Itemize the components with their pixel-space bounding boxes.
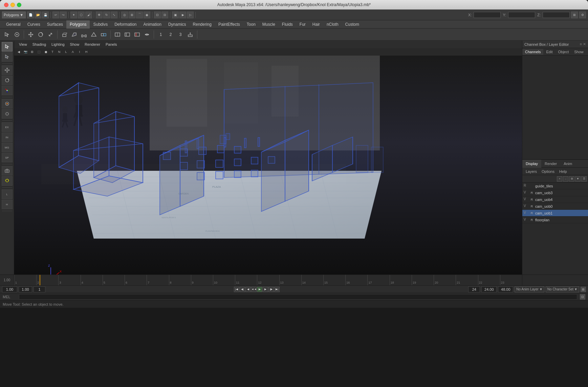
new-file-icon[interactable]: 📄 [27,12,34,18]
vp-tb-camera[interactable]: 📷 [22,49,28,55]
lt-vertex-btn[interactable] [2,52,13,62]
y-field[interactable] [508,12,535,18]
lt-camera-btn[interactable] [2,166,13,176]
poly-extrude-icon[interactable] [60,30,69,39]
snap-grid-icon[interactable]: ⊞ [129,12,135,18]
menu-options[interactable]: Options [540,169,557,174]
scale-icon[interactable]: ⤡ [111,12,117,18]
lt-rotate-btn[interactable] [2,76,13,85]
menu-hair[interactable]: Hair [309,20,323,28]
normals-icon[interactable] [186,30,195,39]
lt-history-btn[interactable]: H [2,200,13,209]
select-icon[interactable]: ✦ [70,12,77,18]
tab-channels[interactable]: Channels [522,49,543,55]
paint-icon[interactable]: 🖌 [85,12,92,18]
menu-animation[interactable]: Animation [140,20,165,28]
step-fwd-btn[interactable]: ▶ [263,287,268,292]
menu-surfaces[interactable]: Surfaces [44,20,66,28]
display-smooth-icon[interactable]: 1 [156,30,165,39]
timeline-ruler[interactable]: 123456789101112131415161718192021222324 [14,275,522,285]
soft-select-icon[interactable]: ◎ [121,12,128,18]
vp-menu-renderer[interactable]: Renderer [82,42,103,47]
paint-select-icon[interactable] [13,30,21,39]
mode-dropdown[interactable]: Polygons ▼ [2,12,26,18]
lt-insert-btn[interactable]: IN [2,133,13,142]
layer-expand-icon[interactable]: ▼ [575,176,581,182]
go-to-end-btn[interactable]: ▶| [274,287,280,292]
x-field[interactable] [474,12,501,18]
snap-point-icon[interactable]: ◉ [144,12,150,18]
vp-menu-view[interactable]: View [16,42,30,47]
lt-extrude-btn[interactable]: EX [2,122,13,132]
undo-icon[interactable]: ↩ [52,12,59,18]
menu-help[interactable]: Help [557,169,569,174]
current-time-field[interactable] [2,286,17,292]
tab-object[interactable]: Object [555,49,571,55]
playback-end-field[interactable] [481,286,497,292]
select-tool-icon[interactable] [3,30,12,39]
cb-settings-icon[interactable]: ≡ [580,42,582,46]
render-region-icon[interactable]: ▣ [172,12,179,18]
menu-curves[interactable]: Curves [24,20,44,28]
menu-fluids[interactable]: Fluids [279,20,296,28]
display-2-icon[interactable]: 2 [166,30,175,39]
maximize-button[interactable] [17,3,21,7]
end-time-field[interactable] [498,286,513,292]
tab-show[interactable]: Show [571,49,586,55]
split-poly-icon[interactable] [113,30,122,39]
keyframe-field[interactable] [468,286,480,292]
vp-menu-panels[interactable]: Panels [103,42,120,47]
cb-close-icon[interactable]: ✕ [583,42,586,46]
lt-layers-btn[interactable]: L [2,189,13,199]
go-to-start-btn[interactable]: |◀ [234,287,239,292]
vp-menu-lighting[interactable]: Lighting [49,42,67,47]
scale-tool-icon[interactable] [46,30,55,39]
move-tool-icon[interactable] [26,30,35,39]
minimize-button[interactable] [10,3,15,7]
rotate-icon[interactable]: ↻ [103,12,110,18]
vp-tb-normals[interactable]: N [56,49,62,55]
no-anim-layer-dropdown[interactable]: No Anim Layer ▼ [515,286,544,292]
vp-menu-show[interactable]: Show [67,42,82,47]
vp-tb-tex[interactable]: T [49,49,56,55]
frame-field[interactable] [34,286,45,292]
snap-curve-icon[interactable]: ⌒ [136,12,143,18]
no-character-set-dropdown[interactable]: No Character Set ▼ [546,286,579,292]
render-icon[interactable]: ▶ [179,12,186,18]
layer-options-icon[interactable]: ⚙ [569,176,574,182]
layer-row[interactable]: V R cam_uob0 [522,203,588,210]
tab-render[interactable]: Render [541,160,560,168]
lt-paint-btn[interactable] [2,99,13,108]
tc-extra-btn[interactable]: ⊞ [581,287,586,292]
menu-deformation[interactable]: Deformation [111,20,140,28]
menu-rendering[interactable]: Rendering [190,20,215,28]
layer-row[interactable]: V R cam_uob1 [522,210,588,217]
redo-icon[interactable]: ↪ [60,12,67,18]
mel-input[interactable] [19,294,577,300]
tab-edit[interactable]: Edit [543,49,555,55]
vp-tb-hud[interactable]: H [83,49,89,55]
menu-toon[interactable]: Toon [243,20,259,28]
lt-scale-btn[interactable] [2,86,13,95]
menu-subdivs[interactable]: Subdivs [90,20,111,28]
timeline-playhead[interactable] [40,275,40,285]
step-back-btn[interactable]: ◀ [245,287,251,292]
save-file-icon[interactable]: 💾 [42,12,49,18]
tab-display[interactable]: Display [522,160,541,168]
insert-edge-icon[interactable] [123,30,132,39]
menu-layers[interactable]: Layers [524,169,539,174]
delete-layer-icon[interactable]: - [563,176,568,182]
vp-menu-shading[interactable]: Shading [30,42,49,47]
vp-tb-iso[interactable]: I [77,49,83,55]
vp-tb-grid[interactable]: ⊞ [29,49,35,55]
lt-split-btn[interactable]: SP [2,153,13,162]
delete-edge-icon[interactable] [133,30,141,39]
bridge-icon[interactable] [80,30,88,39]
vp-tb-smooth[interactable]: ◼ [43,49,49,55]
menu-dynamics[interactable]: Dynamics [165,20,190,28]
grid-icon[interactable]: ⊞ [571,12,578,18]
viewport[interactable]: View Shading Lighting Show Renderer Pane… [14,41,522,274]
open-file-icon[interactable]: 📂 [35,12,41,18]
layer-filter-icon[interactable]: ☰ [581,176,587,182]
lasso-icon[interactable]: ⬡ [78,12,85,18]
